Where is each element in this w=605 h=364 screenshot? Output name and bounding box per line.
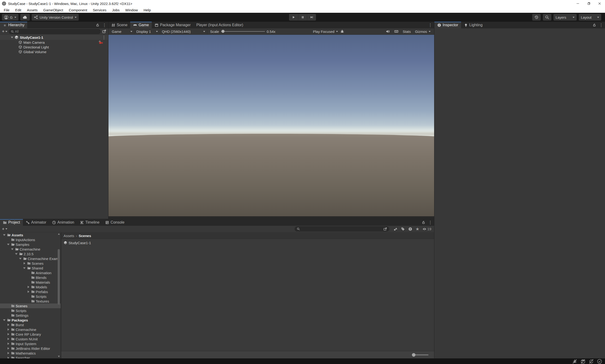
tree-item-scenes[interactable]: Scenes — [0, 261, 61, 266]
tree-item-shared[interactable]: Shared — [0, 266, 61, 270]
tree-item-core-rp-library[interactable]: Core RP Library — [0, 332, 61, 337]
menu-jobs[interactable]: Jobs — [109, 7, 122, 13]
tree-item-searcher[interactable]: Searcher — [0, 355, 61, 358]
cloud-button[interactable] — [20, 14, 30, 21]
cache-server-disabled-icon[interactable] — [580, 359, 586, 364]
scale-slider-knob[interactable] — [221, 30, 224, 33]
tab-lighting[interactable]: Lighting — [461, 22, 485, 28]
picker-icon[interactable] — [383, 227, 387, 231]
stats-button[interactable]: Stats — [400, 28, 413, 35]
create-asset-button[interactable]: + — [2, 226, 7, 232]
lock-icon[interactable] — [96, 23, 100, 27]
scene-row[interactable]: StudyCase1-1 ⋮ — [0, 35, 108, 40]
menu-assets[interactable]: Assets — [24, 7, 40, 13]
kebab-menu-icon[interactable]: ⋮ — [428, 220, 432, 225]
tree-item-jetbrains-rider-editor[interactable]: JetBrains Rider Editor — [0, 346, 61, 351]
scroll-up-icon[interactable] — [58, 233, 60, 235]
lock-icon[interactable] — [422, 221, 425, 224]
version-control-dropdown[interactable]: Unity Version Control — [32, 14, 79, 21]
expander-open-icon[interactable] — [14, 253, 18, 255]
expander-closed-icon[interactable] — [6, 342, 10, 345]
search-everywhere-button[interactable] — [543, 14, 551, 21]
icon-size-slider[interactable] — [413, 354, 428, 355]
menu-file[interactable]: File — [1, 7, 12, 13]
project-search-input[interactable] — [295, 226, 389, 231]
layers-dropdown[interactable]: Layers — [554, 14, 577, 21]
picker-icon[interactable] — [102, 29, 106, 34]
hierarchy-item-directional-light[interactable]: Directional Light — [0, 45, 108, 49]
menu-services[interactable]: Services — [90, 7, 109, 13]
tree-item-textures[interactable]: Textures — [0, 299, 61, 303]
tree-item-inputactions[interactable]: InputActions — [0, 237, 61, 242]
close-button[interactable] — [594, 0, 605, 7]
tree-item-mathematics[interactable]: Mathematics — [0, 351, 61, 355]
tree-item-settings[interactable]: Settings — [0, 313, 61, 318]
asset-item-studycase1-1[interactable]: StudyCase1-1 — [64, 240, 116, 245]
expander-open-icon[interactable] — [2, 319, 6, 321]
menu-help[interactable]: Help — [141, 7, 154, 13]
breadcrumb-current[interactable]: Scenes — [79, 234, 91, 238]
tree-item-materials[interactable]: Materials — [0, 280, 61, 285]
tab-animator[interactable]: Animator — [23, 219, 49, 226]
tree-item-custom-nunit[interactable]: Custom NUnit — [0, 337, 61, 341]
view-mode-dropdown[interactable]: Game — [110, 28, 134, 35]
gizmos-dropdown[interactable]: Gizmos — [413, 28, 433, 35]
tree-item-cinemachine-exam[interactable]: Cinemachine Exam — [0, 256, 61, 261]
tab-package-manager[interactable]: Package Manager — [152, 22, 193, 28]
tab-scene[interactable]: Scene — [108, 22, 130, 28]
menu-component[interactable]: Component — [66, 7, 90, 13]
tab-project[interactable]: Project — [0, 219, 23, 226]
add-object-button[interactable]: + — [2, 29, 7, 34]
play-button[interactable] — [289, 14, 298, 21]
expander-closed-icon[interactable] — [6, 324, 10, 326]
expander-open-icon[interactable] — [6, 244, 10, 245]
kebab-menu-icon[interactable]: ⋮ — [599, 23, 603, 28]
tree-item-scripts[interactable]: Scripts — [0, 294, 61, 299]
tree-item-cinemachine[interactable]: Cinemachine — [0, 247, 61, 251]
lock-icon[interactable] — [592, 23, 596, 27]
icon-size-knob[interactable] — [412, 353, 415, 357]
menu-edit[interactable]: Edit — [12, 7, 24, 13]
expander-closed-icon[interactable] — [6, 352, 10, 354]
tree-item-assets[interactable]: Assets — [0, 233, 61, 237]
frame-debugger-icon[interactable] — [340, 29, 344, 34]
mute-audio-button[interactable] — [384, 28, 392, 35]
tree-item-burst[interactable]: Burst — [0, 322, 61, 327]
hierarchy-item-global-volume[interactable]: Global Volume — [0, 49, 108, 54]
resolution-dropdown[interactable]: QHD (2560x1440) — [160, 28, 207, 35]
tree-item-samples[interactable]: Samples — [0, 242, 61, 247]
game-viewport[interactable] — [108, 35, 434, 216]
display-dropdown[interactable]: Display 1 — [134, 28, 160, 35]
minimize-button[interactable] — [572, 0, 583, 7]
kebab-menu-icon[interactable]: ⋮ — [102, 35, 106, 40]
scale-slider[interactable] — [221, 31, 265, 32]
layout-dropdown[interactable]: Layout — [579, 14, 601, 21]
expander-open-icon[interactable] — [2, 234, 6, 236]
undo-history-button[interactable] — [532, 14, 541, 21]
tab-animation[interactable]: Animation — [49, 219, 77, 226]
tab-hierarchy[interactable]: ≡ Hierarchy — [0, 22, 27, 28]
auto-refresh-disabled-icon[interactable] — [589, 359, 594, 364]
restore-button[interactable] — [583, 0, 594, 7]
step-button[interactable] — [307, 14, 316, 21]
input-debug-button[interactable] — [392, 28, 400, 35]
expander-closed-icon[interactable] — [26, 286, 30, 288]
expander-closed-icon[interactable] — [6, 338, 10, 340]
tree-item-cinemachine[interactable]: Cinemachine — [0, 327, 61, 332]
tree-item-animation[interactable]: Animation — [0, 270, 61, 275]
tab-player-input-actions-editor[interactable]: Player (Input Actions Editor) — [193, 22, 246, 28]
play-focused-dropdown[interactable]: Play Focused — [311, 28, 340, 35]
expander-open-icon[interactable] — [23, 267, 26, 269]
tab-timeline[interactable]: Timeline — [77, 219, 102, 226]
tab-game[interactable]: Game — [130, 22, 152, 28]
menu-gameobject[interactable]: GameObject — [40, 7, 66, 13]
tree-item-blends[interactable]: Blends — [0, 275, 61, 280]
tab-console[interactable]: Console — [102, 219, 127, 226]
debugger-disabled-icon[interactable] — [572, 359, 577, 364]
expander-closed-icon[interactable] — [6, 333, 10, 335]
project-tree-scrollbar[interactable] — [57, 233, 60, 358]
hierarchy-search-input[interactable]: All — [9, 29, 101, 34]
status-ok-icon[interactable] — [597, 359, 602, 364]
tree-item-packages[interactable]: Packages — [0, 318, 61, 322]
expander-closed-icon[interactable] — [26, 290, 30, 293]
